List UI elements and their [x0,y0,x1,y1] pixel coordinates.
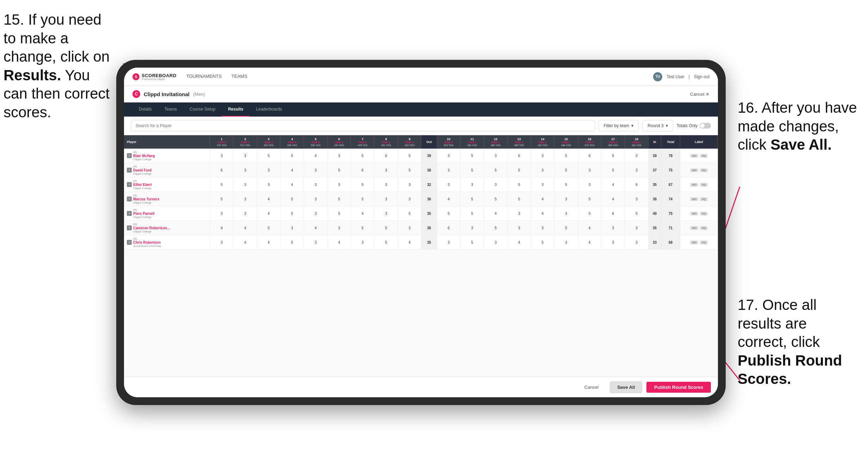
score-back-11[interactable]: 5 [460,235,484,250]
score-back-16[interactable]: 3 [578,178,601,192]
score-front-4[interactable]: 5 [280,235,304,250]
dq-button[interactable]: DQ [700,226,708,230]
score-front-8[interactable]: 3 [374,163,398,178]
score-front-7[interactable]: 5 [351,149,374,163]
save-all-button[interactable]: Save All [610,381,642,393]
score-back-11[interactable]: 5 [460,206,484,221]
score-front-1[interactable]: 5 [210,192,234,206]
score-front-8[interactable]: 3 [374,192,398,206]
score-front-3[interactable]: 4 [257,206,280,221]
score-front-6[interactable]: 5 [327,163,351,178]
score-back-16[interactable]: 6 [578,149,601,163]
score-back-15[interactable]: 5 [554,178,578,192]
score-back-17[interactable]: 5 [601,163,625,178]
score-front-2[interactable]: 3 [234,163,257,178]
wd-button[interactable]: WD [690,197,698,201]
score-front-3[interactable]: 5 [257,149,280,163]
score-front-7[interactable]: 5 [351,178,374,192]
score-back-15[interactable]: 3 [554,206,578,221]
score-front-9[interactable]: 5 [398,206,421,221]
score-front-5[interactable]: 3 [304,163,328,178]
score-back-15[interactable]: 3 [554,235,578,250]
score-front-9[interactable]: 5 [398,149,421,163]
score-back-14[interactable]: 3 [531,163,554,178]
score-back-17[interactable]: 3 [601,221,625,235]
score-back-16[interactable]: 4 [578,221,601,235]
score-back-18[interactable]: 3 [625,192,649,206]
score-front-2[interactable]: 3 [234,192,257,206]
score-front-8[interactable]: 5 [374,221,398,235]
score-front-9[interactable]: 3 [398,178,421,192]
score-back-17[interactable]: 6 [601,206,625,221]
score-back-14[interactable]: 3 [531,178,554,192]
score-back-18[interactable]: 6 [625,178,649,192]
wd-button[interactable]: WD [690,241,698,244]
score-front-2[interactable]: 3 [234,149,257,163]
score-front-9[interactable]: 3 [398,221,421,235]
score-front-1[interactable]: 3 [210,235,234,250]
score-front-2[interactable]: 4 [234,235,257,250]
score-back-12[interactable]: 5 [484,221,508,235]
score-front-3[interactable]: 3 [257,163,280,178]
score-front-9[interactable]: 5 [398,163,421,178]
score-back-18[interactable]: 5 [625,206,649,221]
dq-button[interactable]: DQ [700,241,708,244]
score-front-2[interactable]: 3 [234,206,257,221]
score-back-13[interactable]: 5 [507,178,531,192]
score-back-13[interactable]: 5 [507,163,531,178]
score-back-17[interactable]: 4 [601,192,625,206]
score-back-12[interactable]: 5 [484,192,508,206]
publish-round-scores-button[interactable]: Publish Round Scores [646,382,711,393]
score-back-10[interactable]: 3 [437,235,460,250]
score-back-12[interactable]: 3 [484,178,508,192]
score-back-10[interactable]: 3 [437,163,460,178]
score-front-7[interactable]: 3 [351,235,374,250]
score-front-8[interactable]: 3 [374,206,398,221]
score-front-1[interactable]: 6 [210,163,234,178]
score-back-11[interactable]: 5 [460,192,484,206]
score-front-8[interactable]: 5 [374,235,398,250]
cancel-action-button[interactable]: Cancel [577,382,606,393]
score-back-12[interactable]: 3 [484,235,508,250]
score-front-1[interactable]: 4 [210,221,234,235]
wd-button[interactable]: WD [690,154,698,158]
score-front-6[interactable]: 5 [327,192,351,206]
tab-leaderboards[interactable]: Leaderboards [250,102,289,117]
score-front-4[interactable]: 5 [280,206,304,221]
score-front-4[interactable]: 4 [280,178,304,192]
score-front-3[interactable]: 5 [257,221,280,235]
score-back-16[interactable]: 3 [578,163,601,178]
dq-button[interactable]: DQ [700,168,708,172]
dq-button[interactable]: DQ [700,212,708,216]
dq-button[interactable]: DQ [700,197,708,201]
dq-button[interactable]: DQ [700,154,708,158]
score-front-4[interactable]: 5 [280,149,304,163]
tab-teams[interactable]: Teams [158,102,183,117]
score-front-4[interactable]: 4 [280,163,304,178]
score-front-1[interactable]: 3 [210,206,234,221]
score-back-15[interactable]: 5 [554,149,578,163]
score-front-6[interactable]: 3 [327,221,351,235]
wd-button[interactable]: WD [690,168,698,172]
score-front-1[interactable]: 5 [210,178,234,192]
score-back-18[interactable]: 3 [625,221,649,235]
score-back-12[interactable]: 4 [484,206,508,221]
score-back-14[interactable]: 3 [531,149,554,163]
score-back-10[interactable]: 3 [437,149,460,163]
tab-results[interactable]: Results [222,102,249,117]
score-front-3[interactable]: 3 [257,178,280,192]
score-back-10[interactable]: 6 [437,221,460,235]
score-back-10[interactable]: 5 [437,206,460,221]
score-back-13[interactable]: 3 [507,206,531,221]
score-back-17[interactable]: 3 [601,235,625,250]
score-back-13[interactable]: 3 [507,221,531,235]
score-front-6[interactable]: 5 [327,206,351,221]
score-front-6[interactable]: 3 [327,149,351,163]
score-back-14[interactable]: 5 [531,235,554,250]
score-back-11[interactable]: 3 [460,178,484,192]
search-input[interactable] [131,120,595,131]
score-front-2[interactable]: 3 [234,178,257,192]
score-back-11[interactable]: 5 [460,163,484,178]
score-front-9[interactable]: 3 [398,192,421,206]
score-back-16[interactable]: 5 [578,192,601,206]
